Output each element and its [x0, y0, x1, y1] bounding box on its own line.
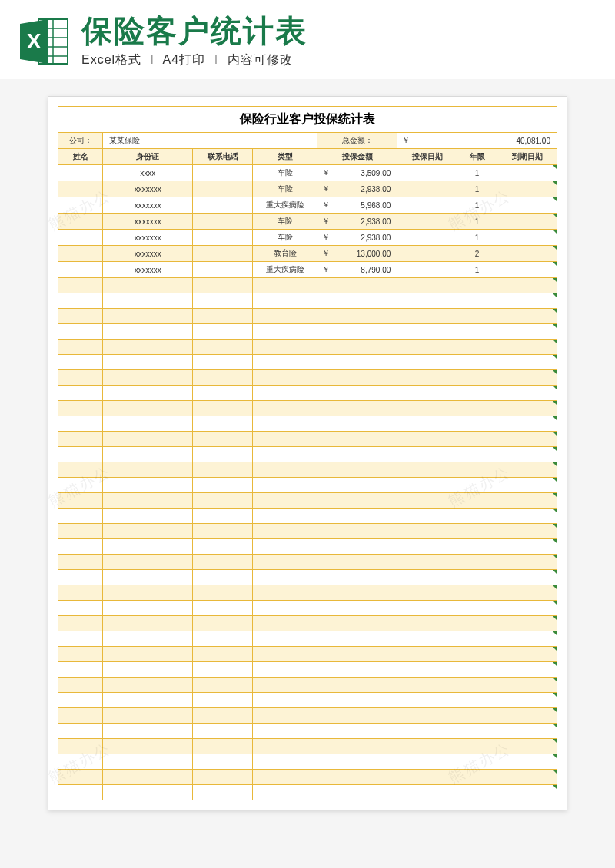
svg-text:X: X: [27, 29, 42, 53]
cell-end-date: [497, 262, 557, 278]
table-row: [58, 739, 557, 754]
separator: I: [214, 53, 218, 66]
cell-phone: [193, 165, 253, 181]
cell-type: 教育险: [253, 246, 317, 262]
table-title-row: 保险行业客户投保统计表: [58, 107, 557, 133]
cell-id: xxxxxxx: [103, 230, 193, 246]
separator: I: [151, 53, 155, 66]
table-row: [58, 447, 557, 462]
cell-type: 车险: [253, 165, 317, 181]
cell-currency: ￥: [317, 246, 337, 262]
cell-amount: 2,938.00: [337, 230, 397, 246]
cell-phone: [193, 230, 253, 246]
cell-start-date: [397, 246, 457, 262]
spreadsheet: 保险行业客户投保统计表 公司： 某某保险 总金额： ￥ 40,081.00 姓名…: [48, 96, 567, 810]
cell-type: 重大疾病险: [253, 262, 317, 278]
sheet-preview-area: 保险行业客户投保统计表 公司： 某某保险 总金额： ￥ 40,081.00 姓名…: [0, 79, 615, 833]
insurance-table: 保险行业客户投保统计表 公司： 某某保险 总金额： ￥ 40,081.00 姓名…: [58, 106, 557, 800]
cell-type: 车险: [253, 214, 317, 230]
table-row: [58, 555, 557, 570]
cell-amount: 2,938.00: [337, 181, 397, 197]
cell-amount: 2,938.00: [337, 214, 397, 230]
cell-type: 车险: [253, 230, 317, 246]
cell-end-date: [497, 197, 557, 214]
table-row: [58, 585, 557, 601]
cell-years: 1: [457, 181, 497, 197]
cell-currency: ￥: [317, 262, 337, 278]
table-row: [58, 770, 557, 785]
cell-start-date: [397, 181, 457, 197]
table-row: xxxxxxx车险￥2,938.001: [58, 214, 557, 230]
cell-type: 重大疾病险: [253, 197, 317, 214]
cell-end-date: [497, 214, 557, 230]
table-row: [58, 509, 557, 524]
cell-id: xxxxxxx: [103, 197, 193, 214]
cell-currency: ￥: [317, 165, 337, 181]
cell-currency: ￥: [317, 214, 337, 230]
table-row: [58, 708, 557, 724]
table-row: [58, 678, 557, 693]
table-row: [58, 616, 557, 631]
cell-id: xxxx: [103, 165, 193, 181]
col-phone: 联系电话: [193, 149, 253, 165]
total-label: 总金额：: [317, 133, 397, 149]
table-row: xxxxxxx教育险￥13,000.002: [58, 246, 557, 262]
cell-id: xxxxxxx: [103, 246, 193, 262]
cell-end-date: [497, 246, 557, 262]
table-row: [58, 524, 557, 539]
cell-start-date: [397, 197, 457, 214]
cell-end-date: [497, 230, 557, 246]
col-amount: 投保金额: [317, 149, 397, 165]
table-row: [58, 662, 557, 678]
table-row: [58, 478, 557, 493]
table-row: [58, 785, 557, 800]
cell-phone: [193, 262, 253, 278]
cell-currency: ￥: [317, 181, 337, 197]
cell-end-date: [497, 165, 557, 181]
table-row: [58, 693, 557, 708]
col-years: 年限: [457, 149, 497, 165]
header-sub1: Excel格式: [81, 53, 141, 66]
cell-name: [58, 262, 103, 278]
company-value: 某某保险: [103, 133, 317, 149]
cell-amount: 13,000.00: [337, 246, 397, 262]
cell-phone: [193, 214, 253, 230]
cell-name: [58, 181, 103, 197]
table-row: [58, 724, 557, 739]
table-row: [58, 355, 557, 370]
table-row: [58, 370, 557, 386]
excel-file-icon: X: [17, 15, 71, 68]
table-row: [58, 416, 557, 432]
cell-years: 1: [457, 230, 497, 246]
cell-name: [58, 214, 103, 230]
cell-amount: 3,509.00: [337, 165, 397, 181]
cell-years: 1: [457, 214, 497, 230]
cell-currency: ￥: [317, 197, 337, 214]
table-row: xxxx车险￥3,509.001: [58, 165, 557, 181]
cell-start-date: [397, 165, 457, 181]
table-row: [58, 324, 557, 340]
table-title: 保险行业客户投保统计表: [58, 107, 557, 133]
table-row: xxxxxxx重大疾病险￥5,968.001: [58, 197, 557, 214]
table-row: [58, 754, 557, 770]
header-title: 保险客户统计表: [81, 14, 598, 48]
table-row: [58, 278, 557, 293]
table-row: [58, 401, 557, 416]
company-info-row: 公司： 某某保险 总金额： ￥ 40,081.00: [58, 133, 557, 149]
cell-years: 1: [457, 262, 497, 278]
currency-symbol: ￥: [397, 133, 457, 149]
cell-years: 1: [457, 165, 497, 181]
cell-id: xxxxxxx: [103, 214, 193, 230]
cell-name: [58, 230, 103, 246]
col-start-date: 投保日期: [397, 149, 457, 165]
cell-id: xxxxxxx: [103, 262, 193, 278]
cell-phone: [193, 246, 253, 262]
header-sub2: A4打印: [163, 53, 206, 66]
cell-currency: ￥: [317, 230, 337, 246]
header-subtitle: Excel格式 I A4打印 I 内容可修改: [81, 52, 598, 68]
cell-start-date: [397, 214, 457, 230]
total-amount: 40,081.00: [457, 133, 557, 149]
cell-amount: 8,790.00: [337, 262, 397, 278]
table-row: [58, 631, 557, 647]
cell-years: 2: [457, 246, 497, 262]
